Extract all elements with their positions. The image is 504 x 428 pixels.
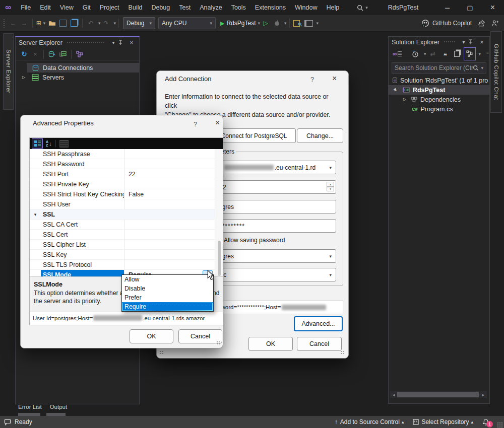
- pin-icon[interactable]: [118, 40, 127, 45]
- title-search[interactable]: ▾: [357, 5, 368, 11]
- expand-icon[interactable]: ▷: [21, 75, 27, 80]
- menu-item[interactable]: Edit: [35, 0, 55, 15]
- solution-explorer-titlebar[interactable]: Solution Explorer ▾ ×: [389, 37, 489, 47]
- window-layout-icon[interactable]: [303, 17, 314, 29]
- property-name[interactable]: SSL CA Cert: [41, 220, 124, 229]
- pending-changes-filter-icon[interactable]: [410, 48, 421, 60]
- tree-item-project[interactable]: ▶ C# RdsPgTest: [389, 85, 489, 95]
- grid-vertical-scrollbar[interactable]: [215, 149, 223, 276]
- open-folder-icon[interactable]: [46, 17, 57, 29]
- property-row[interactable]: ▾ SSL CA Cert ▾: [30, 220, 223, 230]
- property-row[interactable]: ▾ SSL Cert ▾: [30, 230, 223, 240]
- solution-search-input[interactable]: Search Solution Explorer (Ctr ▾: [392, 62, 486, 74]
- property-row[interactable]: ▾ SSH Port 22 ▾: [30, 169, 223, 179]
- send-feedback-icon[interactable]: [491, 20, 499, 27]
- find-in-files-icon[interactable]: [292, 17, 303, 29]
- close-panel-icon[interactable]: ×: [127, 39, 136, 46]
- scrollbar-thumb[interactable]: [218, 241, 221, 276]
- help-icon[interactable]: ?: [194, 120, 197, 128]
- view-hierarchy-icon[interactable]: [74, 48, 85, 60]
- toolbar-grip[interactable]: [3, 19, 6, 28]
- menu-item[interactable]: Analyze: [195, 0, 226, 15]
- navigate-forward-icon[interactable]: →: [19, 17, 30, 29]
- ok-button[interactable]: OK: [130, 329, 173, 343]
- resize-grip[interactable]: [216, 341, 221, 345]
- connect-to-server-icon[interactable]: [57, 48, 69, 60]
- scroll-right-icon[interactable]: ▸: [480, 392, 487, 397]
- tab-error-list[interactable]: Error List: [18, 404, 42, 410]
- property-value[interactable]: False: [124, 189, 223, 199]
- property-row[interactable]: ▾ SSL ▾: [30, 209, 223, 220]
- save-icon[interactable]: [57, 17, 69, 29]
- advanced-button[interactable]: Advanced...: [294, 316, 343, 331]
- window-position-icon[interactable]: ▾: [459, 39, 468, 45]
- property-value[interactable]: [124, 240, 223, 249]
- close-dialog-icon[interactable]: ×: [215, 118, 220, 127]
- tree-item-data-connections[interactable]: Data Connections: [27, 63, 139, 73]
- menu-item[interactable]: Build: [124, 0, 147, 15]
- property-row[interactable]: ▾ SSL Key ▾: [30, 250, 223, 260]
- tree-item-program-cs[interactable]: C# Program.cs: [389, 104, 489, 114]
- property-value[interactable]: [124, 260, 223, 269]
- github-copilot-chat-vertical-tab[interactable]: GitHub Copilot Chat: [490, 31, 502, 113]
- property-name[interactable]: SSL Key: [41, 250, 124, 259]
- property-name[interactable]: SSH Passphrase: [41, 149, 124, 159]
- maximize-button[interactable]: ▢: [459, 0, 481, 15]
- help-icon[interactable]: ?: [310, 76, 314, 83]
- connect-to-database-icon[interactable]: [46, 48, 57, 60]
- tree-item-servers[interactable]: ▷ Servers: [16, 73, 139, 82]
- panel-drag-grip[interactable]: [67, 41, 105, 44]
- resize-grip[interactable]: [497, 422, 503, 428]
- tab-output[interactable]: Output: [50, 404, 68, 410]
- window-position-icon[interactable]: ▾: [109, 40, 118, 45]
- property-name[interactable]: SSH Port: [41, 169, 124, 179]
- add-to-source-control-button[interactable]: ↑ Add to Source Control ▴: [335, 418, 404, 425]
- category-chevron-icon[interactable]: ▾: [34, 212, 37, 217]
- solution-configuration-dropdown[interactable]: Debug▾: [123, 17, 155, 29]
- menu-item[interactable]: Help: [322, 0, 344, 15]
- spinner-buttons[interactable]: ▴▾: [327, 182, 334, 191]
- close-dialog-icon[interactable]: ×: [332, 74, 337, 83]
- start-debugging-button[interactable]: ▶ RdsPgTest ▾: [220, 17, 260, 29]
- property-value[interactable]: 22: [124, 169, 223, 179]
- property-value[interactable]: [124, 209, 223, 219]
- stop-refresh-icon[interactable]: ×: [30, 48, 41, 60]
- resize-grip[interactable]: [341, 350, 345, 355]
- property-name[interactable]: SSH Strict Host Key Checking: [41, 189, 124, 199]
- feedback-bubble-icon[interactable]: [4, 419, 11, 425]
- alphabetical-sort-icon[interactable]: AZ ↓: [46, 140, 52, 147]
- server-explorer-titlebar[interactable]: Server Explorer ▾ ×: [16, 37, 139, 48]
- menu-item[interactable]: Window: [290, 0, 322, 15]
- spin-up-icon[interactable]: ▴: [327, 182, 334, 187]
- github-copilot-icon[interactable]: !: [421, 19, 429, 27]
- property-row[interactable]: ▾ SSL TLS Protocol ▾: [30, 260, 223, 270]
- refresh-icon[interactable]: ↻: [19, 48, 30, 60]
- property-name[interactable]: SSL Cipher List: [41, 240, 124, 249]
- property-name[interactable]: SSL Cert: [41, 230, 124, 239]
- close-panel-icon[interactable]: ×: [477, 39, 486, 46]
- property-row[interactable]: ▾ SSH Passphrase ▾: [30, 149, 223, 159]
- property-value[interactable]: [124, 220, 223, 229]
- property-value[interactable]: [124, 230, 223, 239]
- close-button[interactable]: ×: [481, 0, 504, 15]
- dropdown-option[interactable]: Allow: [122, 275, 213, 284]
- sync-namespaces-icon[interactable]: ⇄: [427, 48, 438, 60]
- menu-item[interactable]: Test: [174, 0, 195, 15]
- scroll-left-icon[interactable]: ◂: [390, 392, 397, 397]
- property-value[interactable]: [124, 179, 223, 189]
- menu-item[interactable]: Git: [78, 0, 95, 15]
- navigate-back-icon[interactable]: ←: [8, 17, 19, 29]
- save-all-icon[interactable]: [69, 17, 80, 29]
- expand-icon[interactable]: ▶: [392, 86, 400, 94]
- undo-icon[interactable]: ↶: [85, 17, 96, 29]
- select-repository-button[interactable]: Select Repository ▴: [413, 418, 473, 425]
- menu-item[interactable]: Project: [95, 0, 124, 15]
- property-row[interactable]: ▾ SSH Private Key ▾: [30, 179, 223, 189]
- property-name[interactable]: SSH Password: [41, 159, 124, 169]
- property-value[interactable]: [124, 250, 223, 259]
- spin-down-icon[interactable]: ▾: [327, 187, 334, 192]
- cancel-button[interactable]: Cancel: [297, 337, 342, 351]
- dropdown-option[interactable]: Disable: [122, 284, 213, 293]
- switch-views-icon[interactable]: ∞: [392, 48, 403, 60]
- menu-item[interactable]: Extensions: [250, 0, 290, 15]
